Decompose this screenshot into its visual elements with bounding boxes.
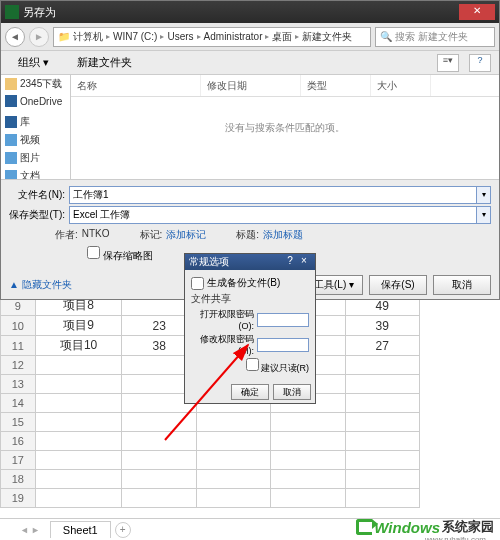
row-header[interactable]: 11: [1, 336, 36, 356]
organize-menu[interactable]: 组织 ▾: [9, 52, 58, 73]
watermark: Windows系统家园 www.ruhaifu.com: [356, 518, 494, 536]
cell[interactable]: 39: [345, 316, 419, 336]
sheet-tab[interactable]: Sheet1: [50, 521, 111, 538]
options-titlebar[interactable]: 常规选项 ? ×: [185, 254, 315, 270]
search-input[interactable]: 🔍 搜索 新建文件夹: [375, 27, 495, 47]
view-menu[interactable]: ≡▾: [437, 54, 459, 72]
file-list-header[interactable]: 名称 修改日期 类型 大小: [71, 75, 499, 97]
cell[interactable]: 项目9: [35, 316, 122, 336]
help-icon[interactable]: ?: [283, 255, 297, 269]
empty-message: 没有与搜索条件匹配的项。: [71, 97, 499, 179]
readonly-checkbox[interactable]: [246, 358, 259, 371]
thumbnail-checkbox[interactable]: [87, 246, 100, 259]
cancel-button[interactable]: 取消: [433, 275, 491, 295]
save-button[interactable]: 保存(S): [369, 275, 427, 295]
filename-input[interactable]: [69, 186, 477, 204]
folder-tree[interactable]: 2345下载 OneDrive 库 视频 图片 文档 音乐 计算机 WIN7 (…: [1, 75, 71, 179]
back-button[interactable]: ◄: [5, 27, 25, 47]
close-icon[interactable]: ×: [297, 255, 311, 269]
new-folder-button[interactable]: 新建文件夹: [68, 52, 141, 73]
filename-label: 文件名(N):: [9, 188, 65, 202]
modify-password-input[interactable]: [257, 338, 309, 352]
add-title[interactable]: 添加标题: [263, 228, 303, 242]
open-password-input[interactable]: [257, 313, 309, 327]
filetype-dropdown[interactable]: ▾: [477, 206, 491, 224]
backup-checkbox[interactable]: [191, 277, 204, 290]
row-header[interactable]: 10: [1, 316, 36, 336]
add-tags[interactable]: 添加标记: [166, 228, 206, 242]
hide-folders-button[interactable]: ▲ 隐藏文件夹: [9, 279, 72, 290]
search-icon: 🔍: [380, 31, 392, 42]
filetype-label: 保存类型(T):: [9, 208, 65, 222]
breadcrumb[interactable]: 📁 计算机▸ WIN7 (C:)▸ Users▸ Administrator▸ …: [53, 27, 371, 47]
cell[interactable]: 项目10: [35, 336, 122, 356]
help-icon[interactable]: ?: [469, 54, 491, 72]
folder-icon: 📁: [58, 31, 70, 42]
close-icon[interactable]: ✕: [459, 4, 495, 20]
filetype-select[interactable]: [69, 206, 477, 224]
logo-icon: [356, 519, 372, 535]
options-cancel-button[interactable]: 取消: [273, 384, 311, 400]
titlebar[interactable]: 另存为 ✕: [1, 1, 499, 23]
cell[interactable]: 27: [345, 336, 419, 356]
general-options-dialog: 常规选项 ? × 生成备份文件(B) 文件共享 打开权限密码(O): 修改权限密…: [184, 253, 316, 404]
add-sheet-button[interactable]: +: [115, 522, 131, 538]
file-share-section: 文件共享: [191, 292, 309, 306]
excel-icon: [5, 5, 19, 19]
filename-dropdown[interactable]: ▾: [477, 186, 491, 204]
dialog-title: 另存为: [23, 5, 56, 20]
tab-nav[interactable]: ◄►: [20, 525, 40, 535]
forward-button[interactable]: ►: [29, 27, 49, 47]
options-ok-button[interactable]: 确定: [231, 384, 269, 400]
